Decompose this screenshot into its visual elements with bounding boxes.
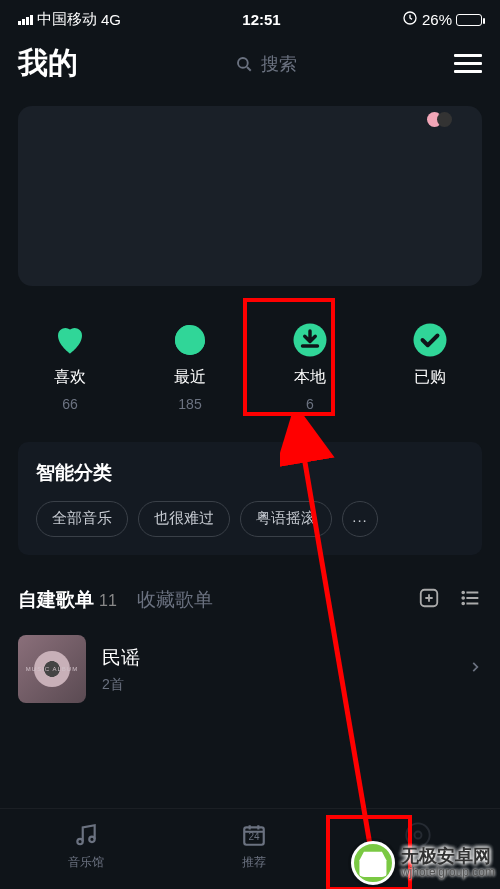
carrier-name: 中国移动: [37, 10, 97, 29]
download-icon: [291, 321, 329, 359]
nav-label: 推荐: [242, 854, 266, 871]
page-title: 我的: [18, 43, 78, 84]
status-bar: 中国移动 4G 12:51 26%: [0, 0, 500, 33]
stat-count: 6: [306, 396, 314, 412]
clock-pie-icon: [171, 321, 209, 359]
tab-count: 11: [99, 592, 117, 610]
stat-recent[interactable]: 最近 185: [171, 321, 209, 412]
stat-purchased[interactable]: 已购: [411, 321, 449, 412]
calendar-icon: 24: [240, 821, 268, 849]
stat-label: 本地: [294, 367, 326, 388]
music-note-icon: [72, 821, 100, 849]
avatar-cluster: [427, 112, 452, 127]
playlist-name: 民谣: [102, 645, 452, 671]
svg-point-9: [77, 839, 82, 844]
nav-center[interactable]: [404, 821, 432, 871]
playlist-cover: [18, 635, 86, 703]
profile-banner[interactable]: [18, 106, 482, 286]
stats-row: 喜欢 66 最近 185 本地 6 已购: [0, 296, 500, 442]
manage-playlists-button[interactable]: [460, 587, 482, 613]
svg-point-12: [406, 823, 429, 846]
smart-category-title: 智能分类: [36, 460, 464, 486]
category-pill[interactable]: 粤语摇滚: [240, 501, 332, 537]
category-pill[interactable]: 全部音乐: [36, 501, 128, 537]
stat-count: 66: [62, 396, 78, 412]
stat-liked[interactable]: 喜欢 66: [51, 321, 89, 412]
stat-label: 喜欢: [54, 367, 86, 388]
search-input[interactable]: 搜索: [96, 45, 436, 83]
playlist-tabs: 自建歌单 11 收藏歌单: [0, 555, 500, 625]
calendar-badge: 24: [240, 831, 268, 842]
battery-icon: [456, 14, 482, 26]
more-categories-button[interactable]: ···: [342, 501, 378, 537]
stat-count: 185: [178, 396, 201, 412]
category-pill[interactable]: 也很难过: [138, 501, 230, 537]
rotation-lock-icon: [402, 10, 418, 29]
search-icon: [235, 55, 253, 73]
nav-label: 音乐馆: [68, 854, 104, 871]
svg-point-6: [462, 592, 464, 594]
search-placeholder: 搜索: [261, 52, 297, 76]
svg-point-10: [89, 837, 94, 842]
check-circle-icon: [411, 321, 449, 359]
playlist-meta: 2首: [102, 676, 452, 694]
bottom-nav: 音乐馆 24 推荐: [0, 808, 500, 889]
header: 我的 搜索: [0, 33, 500, 98]
disc-icon: [404, 821, 432, 849]
svg-point-8: [462, 603, 464, 605]
smart-category-card: 智能分类 全部音乐 也很难过 粤语摇滚 ···: [18, 442, 482, 555]
nav-recommend[interactable]: 24 推荐: [240, 821, 268, 871]
svg-point-7: [462, 597, 464, 599]
signal-icon: [18, 15, 33, 25]
nav-music-hall[interactable]: 音乐馆: [68, 821, 104, 871]
tab-fav-playlists[interactable]: 收藏歌单: [137, 587, 213, 613]
svg-point-4: [414, 324, 447, 357]
network-type: 4G: [101, 11, 121, 28]
heart-icon: [51, 321, 89, 359]
tab-label: 自建歌单: [18, 587, 94, 613]
battery-percent: 26%: [422, 11, 452, 28]
svg-point-1: [238, 58, 248, 68]
stat-label: 最近: [174, 367, 206, 388]
svg-point-13: [415, 832, 422, 839]
chevron-right-icon: [468, 660, 482, 678]
stat-local[interactable]: 本地 6: [291, 321, 329, 412]
playlist-item[interactable]: 民谣 2首: [0, 625, 500, 713]
stat-label: 已购: [414, 367, 446, 388]
add-playlist-button[interactable]: [418, 587, 440, 613]
menu-button[interactable]: [454, 54, 482, 73]
tab-self-playlists[interactable]: 自建歌单 11: [18, 587, 117, 613]
tab-label: 收藏歌单: [137, 587, 213, 613]
clock-time: 12:51: [242, 11, 280, 28]
